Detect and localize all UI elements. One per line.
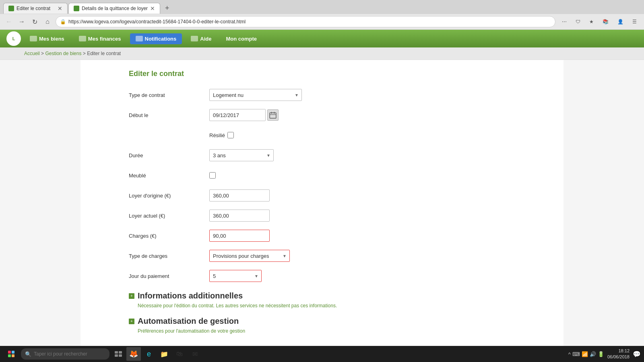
lock-icon: 🔒 [60, 19, 66, 25]
loyer-origine-input[interactable] [209, 189, 270, 202]
new-tab-button[interactable]: + [161, 2, 173, 14]
finances-icon [79, 36, 86, 41]
nav-item-compte[interactable]: Mon compte [220, 33, 262, 44]
notification-center[interactable]: 💬 [633, 350, 641, 358]
shield-button[interactable]: 🛡 [572, 18, 584, 25]
taskbar-app-explorer[interactable]: 📁 [157, 347, 171, 358]
tab-editer-contrat[interactable]: Editer le contrat ✕ [3, 3, 68, 14]
breadcrumb-accueil[interactable]: Accueil [24, 51, 40, 56]
debut-le-label: Début le [129, 112, 209, 118]
nav-label-compte: Mon compte [226, 36, 257, 42]
nav-item-notifications[interactable]: Notifications [130, 33, 182, 44]
calendar-button[interactable] [267, 109, 279, 121]
form-row-debut: Début le [129, 108, 515, 122]
battery-icon: 🔋 [598, 351, 604, 357]
start-button[interactable] [3, 347, 19, 358]
debut-date-wrapper [209, 109, 279, 121]
meuble-checkbox[interactable] [209, 172, 216, 179]
tab-close-2[interactable]: ✕ [150, 6, 155, 11]
jour-paiement-select[interactable]: 1234 567 8910 15202530 [209, 270, 262, 282]
loyer-actuel-input[interactable] [209, 210, 270, 222]
form-row-loyer-actuel: Loyer actuel (€) [129, 208, 515, 223]
tab-label-2: Details de la quittance de loyer [82, 6, 148, 11]
forward-button[interactable]: → [17, 17, 27, 27]
windows-icon [8, 351, 14, 357]
form-row-duree: Durée 1 an 2 ans 3 ans 4 ans 5 ans [129, 148, 515, 162]
page-title: Editer le contrat [129, 70, 515, 78]
explorer-icon: 📁 [160, 350, 168, 358]
back-button[interactable]: ← [4, 17, 14, 27]
nav-label-notifications: Notifications [145, 36, 177, 42]
charges-label: Charges (€) [129, 233, 209, 239]
duree-select-wrapper: 1 an 2 ans 3 ans 4 ans 5 ans [209, 149, 274, 161]
page-scroll[interactable]: Accueil > Gestion de biens > Editer le c… [0, 47, 644, 358]
chevron-up-icon[interactable]: ^ [568, 351, 571, 357]
home-button[interactable]: ⌂ [43, 17, 52, 27]
expand-icon-info: + [129, 293, 134, 299]
tab-icon-2 [74, 6, 79, 11]
informations-header[interactable]: + Informations additionnelles [129, 291, 515, 300]
svg-rect-2 [115, 354, 118, 357]
form-row-meuble: Meublé [129, 168, 515, 183]
taskbar-app-store[interactable]: 🛍 [172, 347, 187, 358]
account-button[interactable]: 👤 [614, 18, 627, 25]
taskbar-right: ^ ⌨ 📶 🔊 🔋 18:12 06/06/2018 💬 [568, 348, 641, 358]
refresh-button[interactable]: ↻ [30, 17, 39, 27]
resilier-checkbox[interactable] [227, 132, 234, 138]
charges-input[interactable] [209, 230, 270, 242]
taskbar-search-icon: 🔍 [25, 351, 31, 357]
form-section-main: Type de contrat Logement nu Logement meu… [129, 88, 515, 283]
bookmark-button[interactable]: ⋯ [559, 18, 570, 25]
type-contrat-label: Type de contrat [129, 92, 209, 98]
library-button[interactable]: 📚 [599, 18, 612, 25]
toolbar-right: ⋯ 🛡 ★ 📚 👤 ☰ [559, 18, 640, 25]
url-text: https://www.logeva.com/logeva/contracted… [68, 19, 551, 25]
form-row-type-contrat: Type de contrat Logement nu Logement meu… [129, 88, 515, 102]
taskbar-clock[interactable]: 18:12 06/06/2018 [607, 348, 630, 358]
taskbar: 🔍 🦊 e 📁 🛍 ✉ ^ ⌨ [0, 346, 644, 358]
breadcrumb-gestion[interactable]: Gestion de biens [45, 51, 81, 56]
breadcrumb: Accueil > Gestion de biens > Editer le c… [0, 47, 644, 60]
type-contrat-select[interactable]: Logement nu Logement meublé Commercial [209, 89, 302, 101]
mail-icon: ✉ [192, 350, 198, 358]
taskbar-apps: 🦊 e 📁 🛍 ✉ [111, 347, 202, 358]
taskbar-search-wrap: 🔍 [21, 348, 109, 358]
nav-item-biens[interactable]: Mes biens [24, 33, 70, 44]
tab-details-quittance[interactable]: Details de la quittance de loyer ✕ [68, 3, 160, 14]
star-button[interactable]: ★ [586, 18, 597, 25]
volume-icon: 🔊 [590, 351, 596, 357]
taskbar-app-edge[interactable]: e [142, 347, 156, 358]
resilier-label-group[interactable]: Résilié [209, 132, 234, 138]
duree-select[interactable]: 1 an 2 ans 3 ans 4 ans 5 ans [209, 149, 274, 161]
firefox-icon: 🦊 [129, 350, 138, 358]
type-contrat-select-wrapper: Logement nu Logement meublé Commercial [209, 89, 302, 101]
type-charges-select[interactable]: Provisions pour charges Charges réelles … [209, 250, 290, 262]
taskbar-search-input[interactable] [21, 348, 109, 358]
loyer-actuel-label: Loyer actuel (€) [129, 213, 209, 219]
taskbar-app-task-view[interactable] [111, 347, 126, 358]
breadcrumb-current: Editer le contrat [87, 51, 121, 56]
tab-bar: Editer le contrat ✕ Details de la quitta… [0, 0, 644, 14]
debut-le-input[interactable] [209, 109, 266, 121]
nav-label-finances: Mes finances [88, 36, 121, 42]
task-view-icon [115, 351, 122, 357]
nav-item-finances[interactable]: Mes finances [73, 33, 127, 44]
breadcrumb-sep-2: > [83, 51, 87, 56]
address-bar[interactable]: 🔒 https://www.logeva.com/logeva/contract… [56, 16, 555, 27]
edge-icon: e [147, 350, 151, 358]
automatisation-header[interactable]: + Automatisation de gestion [129, 317, 515, 326]
tab-close-1[interactable]: ✕ [58, 6, 62, 11]
form-row-loyer-origine: Loyer d'origine (€) [129, 188, 515, 203]
nav-item-aide[interactable]: Aide [185, 33, 217, 44]
menu-button[interactable]: ☰ [629, 18, 640, 25]
nav-label-biens: Mes biens [39, 36, 64, 42]
aide-icon [191, 36, 198, 41]
form-row-jour-paiement: Jour du paiement 1234 567 8910 15202530 [129, 269, 515, 283]
expand-icon-auto: + [129, 319, 134, 324]
taskbar-app-mail[interactable]: ✉ [188, 347, 202, 358]
form-row-resilier: Résilié [129, 128, 515, 142]
informations-title: Informations additionnelles [138, 291, 243, 300]
informations-section: + Informations additionnelles Nécessaire… [129, 291, 515, 309]
svg-rect-3 [119, 354, 122, 357]
taskbar-app-firefox[interactable]: 🦊 [126, 347, 141, 358]
